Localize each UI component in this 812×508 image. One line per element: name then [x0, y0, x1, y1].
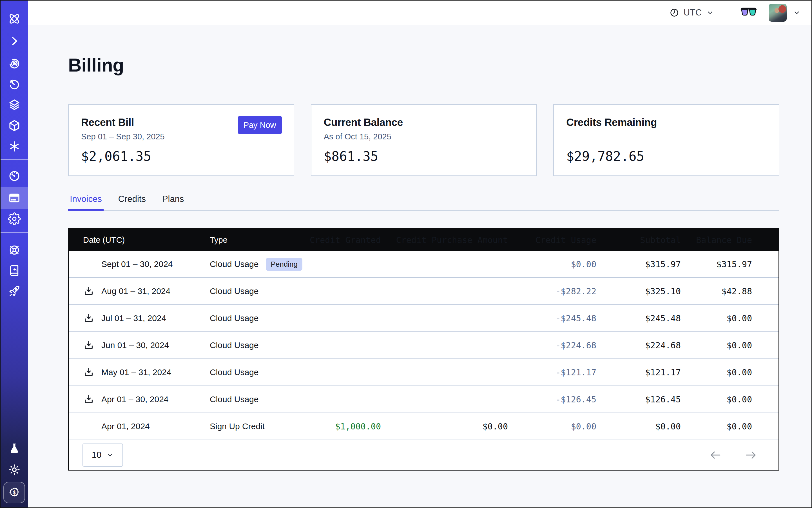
invoice-row: Jul 01 – 31, 2024 Cloud Usage -$245.48 $…	[69, 305, 778, 332]
date-cell: Jun 01 – 30, 2024	[83, 340, 210, 351]
date-cell: Apr 01 – 30, 2024	[83, 394, 210, 405]
invoice-type: Cloud Usage	[210, 394, 258, 404]
date-cell: Sept 01 – 30, 2024	[83, 258, 210, 270]
invoice-row: Sept 01 – 30, 2024 Cloud Usage Pending $…	[69, 251, 778, 278]
download-invoice-button[interactable]	[83, 312, 94, 324]
invoice-period: Aug 01 – 31, 2024	[101, 286, 170, 296]
sidebar-item-sun-icon[interactable]	[1, 458, 28, 481]
invoice-type: Cloud Usage	[210, 368, 258, 377]
sidebar-item-gear-icon[interactable]	[1, 208, 28, 230]
type-cell: Cloud Usage	[210, 340, 308, 350]
glasses-button[interactable]	[740, 7, 757, 18]
billing-page: Billing Recent Bill Sep 01 – Sep 30, 202…	[28, 25, 811, 507]
invoice-type: Cloud Usage	[210, 259, 258, 269]
type-cell: Cloud Usage	[210, 286, 308, 296]
invoice-type: Cloud Usage	[210, 286, 258, 296]
credit-usage-value: -$282.22	[508, 286, 596, 296]
credit-usage-value: -$121.17	[508, 368, 596, 377]
table-footer: 10	[69, 440, 778, 470]
invoice-period: May 01 – 31, 2024	[101, 368, 171, 377]
current-balance-amount: $861.35	[324, 149, 524, 164]
type-cell: Cloud Usage	[210, 313, 308, 323]
column-header: Balance Due	[681, 235, 752, 245]
sidebar-item-billing-card-icon[interactable]	[1, 187, 28, 209]
sidebar-item-timer-icon[interactable]	[1, 73, 28, 96]
sidebar-item-chevron-right-icon[interactable]	[1, 30, 28, 52]
balance-due-value: $0.00	[681, 394, 752, 405]
sidebar-divider	[1, 232, 28, 233]
download-invoice-button[interactable]	[83, 367, 94, 378]
credit-purchase-value: $0.00	[381, 422, 508, 431]
page-size-value: 10	[92, 450, 101, 460]
account-menu[interactable]	[769, 4, 801, 22]
download-invoice-button[interactable]	[83, 340, 94, 351]
credit-usage-value: $0.00	[508, 259, 596, 269]
download-invoice-button[interactable]	[83, 394, 94, 405]
sidebar-item-book-sparkle-icon[interactable]	[1, 259, 28, 282]
sidebar-item-gauge-icon[interactable]	[1, 165, 28, 187]
topbar: UTC	[28, 1, 811, 25]
balance-due-value: $0.00	[681, 422, 752, 431]
column-header: Type	[210, 236, 308, 245]
column-header: Date (UTC)	[83, 236, 210, 245]
sidebar-item-spiral-eye-icon[interactable]	[1, 52, 28, 75]
type-cell: Cloud Usage	[210, 394, 308, 404]
next-page-button[interactable]	[744, 448, 758, 462]
sidebar-item-layers-icon[interactable]	[1, 93, 28, 116]
sidebar-item-dollar-badge-icon[interactable]: $	[3, 482, 25, 503]
invoice-period: Sept 01 – 30, 2024	[101, 259, 173, 269]
sidebar-item-asterisk-icon[interactable]	[1, 135, 28, 158]
subtotal-value: $224.68	[596, 340, 681, 350]
date-cell: Aug 01 – 31, 2024	[83, 286, 210, 297]
subtotal-value: $245.48	[596, 313, 681, 323]
page-title: Billing	[68, 55, 779, 76]
date-cell: Jul 01 – 31, 2024	[83, 312, 210, 324]
sidebar-item-cube-icon[interactable]	[1, 114, 28, 137]
sidebar-item-logo-orbit-icon[interactable]	[1, 8, 28, 30]
tab-credits[interactable]: Credits	[117, 194, 147, 210]
invoices-table: Date (UTC)TypeCredit GrantedCredit Purch…	[68, 228, 779, 471]
sidebar-item-rocket-icon[interactable]	[1, 280, 28, 302]
glasses-icon	[740, 7, 757, 18]
topbar-right: UTC	[669, 4, 811, 22]
column-header: Credit Usage	[508, 235, 596, 245]
page-size-select[interactable]: 10	[83, 443, 123, 467]
invoice-period: Jul 01 – 31, 2024	[101, 313, 166, 323]
timezone-label: UTC	[684, 8, 702, 18]
tab-invoices[interactable]: Invoices	[68, 194, 103, 210]
sidebar-item-flask-icon[interactable]	[1, 437, 28, 460]
download-invoice-button[interactable]	[83, 286, 94, 297]
invoice-row: May 01 – 31, 2024 Cloud Usage -$121.17 $…	[69, 359, 778, 386]
type-cell: Cloud Usage	[210, 368, 308, 377]
balance-as-of: As of Oct 15, 2025	[324, 132, 524, 142]
invoice-row: Apr 01, 2024 Sign Up Credit $1,000.00 $0…	[69, 413, 778, 440]
credit-granted-value: $1,000.00	[308, 422, 381, 431]
tab-plans[interactable]: Plans	[161, 194, 186, 210]
invoice-period: Apr 01 – 30, 2024	[101, 394, 169, 404]
balance-due-value: $315.97	[681, 259, 752, 269]
credit-usage-value: $0.00	[508, 422, 596, 431]
invoice-row: Apr 01 – 30, 2024 Cloud Usage -$126.45 $…	[69, 386, 778, 413]
balance-due-value: $42.88	[681, 286, 752, 296]
credit-usage-value: -$245.48	[508, 313, 596, 323]
subtotal-value: $121.17	[596, 368, 681, 377]
app-window: $ UTC Billing	[0, 0, 812, 508]
card-title: Current Balance	[324, 117, 524, 128]
previous-page-button[interactable]	[709, 448, 722, 462]
sidebar-item-helm-icon[interactable]	[1, 239, 28, 261]
recent-bill-card: Recent Bill Sep 01 – Sep 30, 2025 $2,061…	[68, 104, 294, 176]
recent-bill-amount: $2,061.35	[81, 149, 281, 164]
date-cell: Apr 01, 2024	[83, 421, 210, 432]
type-cell: Sign Up Credit	[210, 422, 308, 431]
chevron-down-icon	[793, 9, 801, 16]
timezone-picker[interactable]: UTC	[669, 8, 714, 18]
chevron-down-icon	[106, 452, 114, 459]
balance-due-value: $0.00	[681, 368, 752, 377]
invoice-type: Cloud Usage	[210, 340, 258, 350]
sidebar: $	[1, 1, 28, 507]
invoice-period: Apr 01, 2024	[101, 422, 150, 431]
table-header: Date (UTC)TypeCredit GrantedCredit Purch…	[69, 229, 778, 251]
arrow-right-icon	[744, 448, 758, 462]
sidebar-divider	[1, 159, 28, 160]
pay-now-button[interactable]: Pay Now	[238, 116, 282, 134]
